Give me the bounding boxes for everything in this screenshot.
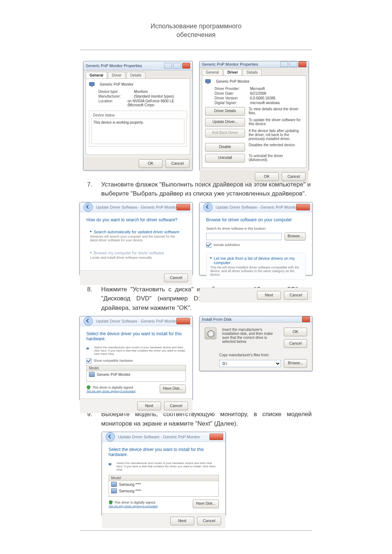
close-icon[interactable] [182,63,190,69]
cancel-button[interactable]: Cancel [284,339,307,348]
install-disk-message: Insert the manufacturer's installation d… [222,328,279,348]
show-compatible-checkbox[interactable] [86,358,91,364]
close-icon[interactable] [209,434,223,440]
next-button[interactable]: Next [137,402,161,410]
monitor-icon [89,372,95,377]
wizard-heading: Browse for driver software on your compu… [206,217,306,222]
driver-details-button[interactable]: Driver Details [205,107,245,116]
cancel-button[interactable]: Cancel [164,402,188,410]
show-compatible-label: Show compatible hardware [94,359,133,362]
list-item[interactable]: Generic PnP Monitor [87,371,185,378]
svg-rect-1 [91,86,93,87]
device-status-label: Device status [91,113,116,117]
value: microsoft windows [250,101,280,105]
tab-details[interactable]: Details [242,69,262,75]
browse-button[interactable]: Browse... [284,359,307,368]
cancel-button[interactable]: Cancel [197,517,221,525]
device-name: Generic PnP Monitor [216,79,250,83]
wizard-subtext: Select the manufacturer and model of you… [94,346,186,356]
close-icon[interactable] [176,318,190,324]
model-listbox[interactable]: Model Samsung **** Samsung **** [109,475,219,497]
cancel-button[interactable]: Cancel [284,291,308,300]
list-item[interactable]: Samsung **** [109,481,219,488]
model-name: Samsung **** [119,483,141,487]
search-location-input[interactable] [206,233,282,240]
svg-rect-0 [89,82,94,86]
tab-general[interactable]: General [86,72,107,78]
monitor-icon [111,482,117,487]
close-icon[interactable] [298,61,306,67]
signing-info-link[interactable]: Tell me why driver signing is important [109,505,158,508]
ok-button[interactable]: OK [139,159,163,168]
value: on NVIDIA GeForce 8600 LE (Microsoft Cor… [127,99,187,107]
arrow-icon [90,252,91,253]
desc: To uninstall the driver (Advanced). [249,154,303,162]
copy-from-select[interactable]: D:\ [219,360,281,367]
model-listbox[interactable]: Model Generic PnP Monitor [86,365,186,382]
option-pick-from-list[interactable]: Let me pick from a list of device driver… [206,253,306,280]
browse-button[interactable]: Browse... [285,233,306,241]
label: Digital Signer: [215,101,246,105]
svg-rect-2 [205,79,211,83]
wizard-crumb: Update Driver Software - Generic PnP Mon… [96,205,178,209]
list-item[interactable]: Samsung **** [109,488,219,494]
model-name: Samsung **** [119,489,141,493]
install-from-disk-dialog: Install From Disk Insert the manufacture… [199,316,313,371]
value: Microsoft [250,87,265,91]
tab-details[interactable]: Details [126,72,146,78]
option-browse-computer[interactable]: Browse my computer for driver software L… [86,248,186,262]
disable-button[interactable]: Disable [205,143,245,152]
dialog-title: Install From Disk [202,317,232,321]
value: (Standard monitor types) [134,94,174,98]
update-driver-button[interactable]: Update Driver... [205,118,245,127]
close-icon[interactable] [296,204,310,210]
device-status-box: This device is working properly. [91,119,184,144]
svg-rect-6 [109,463,111,465]
include-subfolders-checkbox[interactable] [206,243,211,248]
next-button[interactable]: Next [257,291,281,300]
search-location-label: Search for driver software in this locat… [206,227,306,230]
back-icon[interactable] [203,202,213,212]
desc: To view details about the driver files. [249,107,303,115]
back-icon[interactable] [83,316,93,326]
signed-label: This driver is digitally signed. [114,501,156,504]
desc: If the device fails after updating the d… [249,129,303,141]
dialog-title: Generic PnP Monitor Properties [202,62,258,66]
copy-from-label: Copy manufacturer's files from: [219,353,307,357]
update-driver-wizard-browse: Update Driver Software - Generic PnP Mon… [199,202,313,275]
close-icon[interactable] [302,316,310,322]
value: 6.0.6000.16386 [250,96,275,100]
model-header: Model [87,365,185,371]
select-device-driver-wizard: Update Driver Software - Generic PnP Mon… [79,316,193,400]
minimize-icon[interactable] [280,61,288,67]
maximize-icon[interactable] [289,61,297,67]
tab-driver[interactable]: Driver [108,72,126,78]
ok-button[interactable]: OK [284,328,307,336]
option-search-auto[interactable]: Search automatically for updated driver … [86,227,186,245]
cancel-button[interactable]: Cancel [164,274,188,282]
wizard-crumb: Update Driver Software - Generic PnP Mon… [216,205,298,209]
tab-general[interactable]: General [202,69,223,75]
option-title: Browse my computer for driver software [94,251,164,255]
back-icon[interactable] [83,202,93,212]
minimize-icon[interactable] [164,63,172,69]
uninstall-button[interactable]: Uninstall [205,154,245,163]
monitor-icon [109,461,111,467]
tab-driver[interactable]: Driver [224,69,242,75]
back-icon[interactable] [106,432,115,442]
maximize-icon[interactable] [173,63,181,69]
arrow-icon [210,257,212,259]
close-icon[interactable] [176,204,190,210]
have-disk-button[interactable]: Have Disk... [160,385,186,393]
cancel-button[interactable]: Cancel [166,159,189,168]
desc: Disables the selected device. [249,143,303,147]
option-title: Let me pick from a list of device driver… [214,256,295,265]
monitor-props-general-dialog: Generic PnP Monitor Properties General D… [83,61,193,171]
footer-divider [80,530,312,531]
dialog-title: Generic PnP Monitor Properties [86,63,142,68]
arrow-icon [90,231,91,232]
next-button[interactable]: Next [170,517,194,525]
label: Driver Version: [215,96,246,100]
have-disk-button[interactable]: Have Disk... [193,500,219,508]
signing-info-link[interactable]: Tell me why driver signing is important [86,390,135,393]
